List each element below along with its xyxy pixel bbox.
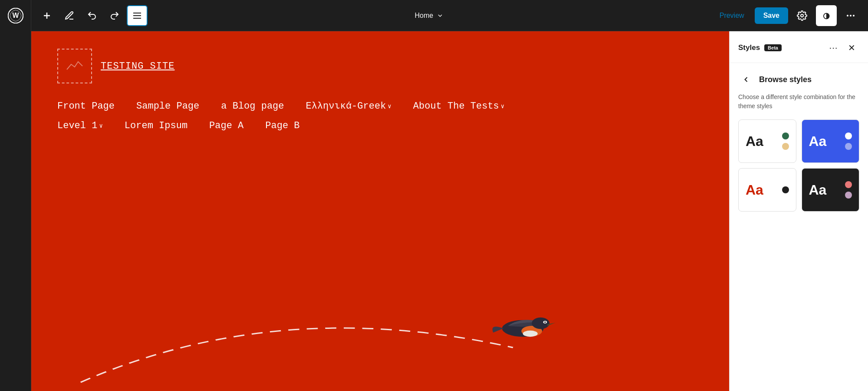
style-card-dark-aa: Aa <box>809 182 827 198</box>
canvas-area: TESTING SITE Front Page Sample Page a Bl… <box>31 31 729 391</box>
svg-point-13 <box>532 318 549 329</box>
svg-point-12 <box>521 326 542 336</box>
add-block-button[interactable] <box>36 5 57 26</box>
main-toolbar: W <box>0 0 868 31</box>
sidebar-close-button[interactable]: ✕ <box>844 40 859 56</box>
sidebar-header: Styles Beta ⋯ ✕ <box>730 31 868 63</box>
site-logo <box>57 49 92 83</box>
site-title: TESTING SITE <box>101 61 174 72</box>
site-header: TESTING SITE <box>57 49 703 83</box>
canvas-decoration <box>31 261 729 391</box>
nav-arrow-tests: ∨ <box>501 103 504 110</box>
style-card-blue-dot1 <box>845 133 852 139</box>
page-title-text: Home <box>415 12 434 20</box>
sidebar-header-left: Styles Beta <box>738 43 782 52</box>
style-card-red-dots <box>782 186 789 193</box>
style-card-light-dot1 <box>782 133 789 139</box>
page-title-button[interactable]: Home <box>410 8 449 23</box>
svg-point-15 <box>544 321 546 323</box>
nav-item-about-tests[interactable]: About The Tests ∨ <box>413 101 504 112</box>
nav-item-level1[interactable]: Level 1 ∨ <box>57 120 103 131</box>
sidebar-title: Styles <box>738 43 760 52</box>
style-card-red-aa: Aa <box>746 182 763 198</box>
nav-item-page-a[interactable]: Page A <box>209 120 243 131</box>
undo-button[interactable] <box>82 5 102 26</box>
nav-arrow-greek: ∨ <box>388 103 391 110</box>
nav-item-page-b[interactable]: Page B <box>265 120 299 131</box>
style-card-dark-dot1 <box>845 181 852 188</box>
sidebar-description: Choose a different style combination for… <box>730 93 868 119</box>
svg-point-11 <box>502 320 544 337</box>
save-button[interactable]: Save <box>755 7 788 24</box>
nav-arrow-level1: ∨ <box>99 122 102 129</box>
nav-item-lorem-ipsum[interactable]: Lorem Ipsum <box>125 120 187 131</box>
svg-point-9 <box>850 15 852 17</box>
edit-button[interactable] <box>59 5 80 26</box>
wp-logo[interactable]: W <box>0 0 31 31</box>
left-sidebar <box>0 31 31 391</box>
style-card-dark-dot2 <box>845 192 852 199</box>
svg-point-10 <box>853 15 855 17</box>
style-card-red[interactable]: Aa <box>738 168 796 212</box>
redo-button[interactable] <box>104 5 125 26</box>
style-card-light-aa: Aa <box>746 133 763 149</box>
style-card-light-dots <box>782 133 789 150</box>
more-options-button[interactable] <box>840 5 861 26</box>
style-card-blue[interactable]: Aa <box>802 119 860 163</box>
nav-row-1: Front Page Sample Page a Blog page Ελλην… <box>57 101 703 112</box>
sidebar-beta-badge: Beta <box>764 44 782 51</box>
svg-point-16 <box>523 331 538 337</box>
nav-row-2: Level 1 ∨ Lorem Ipsum Page A Page B <box>57 120 703 131</box>
sidebar-back-button[interactable] <box>738 72 754 87</box>
style-card-blue-aa: Aa <box>809 133 827 149</box>
preview-button[interactable]: Preview <box>713 8 751 23</box>
nav-item-front-page[interactable]: Front Page <box>57 101 115 112</box>
svg-text:W: W <box>12 12 19 19</box>
settings-button[interactable] <box>792 5 812 26</box>
style-card-blue-dot2 <box>845 143 852 150</box>
style-card-light-dot2 <box>782 143 789 150</box>
styles-sidebar: Styles Beta ⋯ ✕ Browse styles Choose a d… <box>729 31 868 391</box>
svg-point-14 <box>543 321 547 324</box>
style-card-dark[interactable]: Aa <box>802 168 860 212</box>
toolbar-center: Home <box>153 8 706 23</box>
sidebar-section-title: Browse styles <box>759 75 812 84</box>
sidebar-more-button[interactable]: ⋯ <box>825 40 841 56</box>
style-cards-grid: Aa Aa Aa Aa <box>730 119 868 212</box>
toolbar-left-actions <box>31 5 153 26</box>
sidebar-header-right: ⋯ ✕ <box>825 40 859 56</box>
contrast-toggle-button[interactable]: ◑ <box>816 5 837 26</box>
toolbar-right-actions: Preview Save ◑ <box>706 5 868 26</box>
style-card-red-dot1 <box>782 186 789 193</box>
sidebar-nav: Browse styles <box>730 63 868 93</box>
style-card-light[interactable]: Aa <box>738 119 796 163</box>
nav-item-blog-page[interactable]: a Blog page <box>221 101 284 112</box>
style-card-blue-dots <box>845 133 852 150</box>
nav-item-sample-page[interactable]: Sample Page <box>136 101 199 112</box>
list-view-button[interactable] <box>127 5 148 26</box>
style-card-dark-dots <box>845 181 852 199</box>
nav-menu: Front Page Sample Page a Blog page Ελλην… <box>57 101 703 131</box>
nav-item-greek[interactable]: Ελληνικά-Greek ∨ <box>306 101 391 112</box>
svg-point-7 <box>801 14 803 17</box>
svg-point-8 <box>847 15 848 17</box>
site-navigation: TESTING SITE Front Page Sample Page a Bl… <box>31 31 729 144</box>
